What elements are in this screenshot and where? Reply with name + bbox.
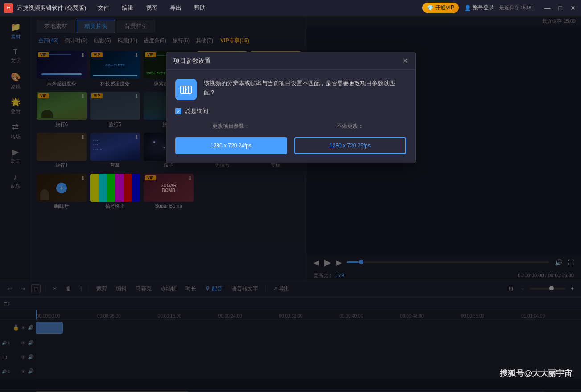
dialog-overlay: 项目参数设置 ✕ 该视频的分辨率或帧率与当前项目设置不匹配，是否需要更改项目参数… — [0, 16, 581, 392]
menu-bar: 文件 编辑 视图 导出 帮助 — [95, 2, 422, 14]
vip-diamond-icon: 💎 — [427, 5, 433, 11]
action-buttons: 1280 x 720 24fps 1280 x 720 25fps — [175, 137, 406, 154]
title-bar: ✂ 迅捷视频剪辑软件 (免费版) 文件 编辑 视图 导出 帮助 💎 开通VIP … — [0, 0, 581, 16]
menu-view[interactable]: 视图 — [143, 2, 160, 14]
dialog-content: 该视频的分辨率或帧率与当前项目设置不匹配，是否需要更改项目参数以匹配？ — [175, 79, 406, 100]
account-button[interactable]: 👤 账号登录 — [464, 4, 494, 12]
account-label: 账号登录 — [473, 4, 494, 12]
account-icon: 👤 — [464, 5, 471, 11]
dialog-title: 项目参数设置 — [173, 57, 211, 65]
always-ask-checkbox[interactable]: ✓ — [175, 108, 181, 114]
change-resolution-button[interactable]: 1280 x 720 24fps — [175, 137, 287, 154]
change-label: 更改项目参数： — [175, 122, 287, 130]
no-change-label: 不做更改： — [294, 122, 406, 130]
dialog-checkbox-row: ✓ 总是询问 — [175, 107, 406, 115]
window-controls: — □ ✕ — [543, 4, 577, 12]
menu-help[interactable]: 帮助 — [191, 2, 208, 14]
always-ask-label: 总是询问 — [185, 107, 208, 115]
dialog-icon — [175, 79, 197, 100]
dialog-message: 该视频的分辨率或帧率与当前项目设置不匹配，是否需要更改项目参数以匹配？ — [204, 79, 406, 100]
watermark: 搜狐号@大大丽宇宙 — [500, 368, 572, 379]
menu-export[interactable]: 导出 — [167, 2, 184, 14]
maximize-button[interactable]: □ — [557, 4, 564, 12]
right-controls: 💎 开通VIP 👤 账号登录 最近保存 15:09 — □ ✕ — [422, 3, 577, 13]
app-title: 迅捷视频剪辑软件 (免费版) — [17, 4, 86, 12]
close-button[interactable]: ✕ — [569, 4, 577, 12]
menu-edit[interactable]: 编辑 — [119, 2, 136, 14]
dialog-body: 该视频的分辨率或帧率与当前项目设置不匹配，是否需要更改项目参数以匹配？ ✓ 总是… — [166, 70, 415, 163]
save-time: 最近保存 15:09 — [499, 4, 533, 11]
app-icon: ✂ — [4, 3, 13, 13]
action-labels: 更改项目参数： 不做更改： — [175, 122, 406, 130]
dialog-actions: 更改项目参数： 不做更改： 1280 x 720 24fps 1280 x 72… — [175, 122, 406, 154]
vip-label: 开通VIP — [435, 4, 454, 12]
menu-file[interactable]: 文件 — [95, 2, 112, 14]
dialog-close-button[interactable]: ✕ — [402, 57, 408, 65]
dialog-box: 项目参数设置 ✕ 该视频的分辨率或帧率与当前项目设置不匹配，是否需要更改项目参数… — [166, 52, 416, 163]
no-change-button[interactable]: 1280 x 720 25fps — [294, 137, 406, 154]
vip-button[interactable]: 💎 开通VIP — [422, 3, 459, 13]
dialog-header: 项目参数设置 ✕ — [166, 52, 415, 70]
minimize-button[interactable]: — — [543, 4, 552, 12]
